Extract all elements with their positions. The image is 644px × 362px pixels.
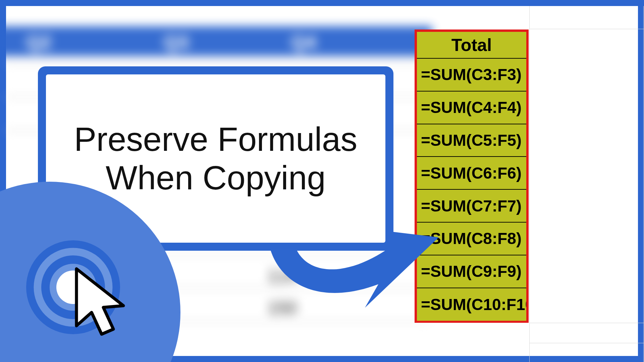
formula-column-header: Total — [417, 32, 526, 59]
formula-cell: =SUM(C4:F4) — [417, 92, 526, 124]
formula-column-highlighted: Total =SUM(C3:F3) =SUM(C4:F4) =SUM(C5:F5… — [415, 29, 529, 323]
formula-cell: =SUM(C5:F5) — [417, 124, 526, 157]
cursor-icon — [66, 265, 133, 343]
formula-cell: =SUM(C7:F7) — [417, 190, 526, 223]
formula-cell: =SUM(C6:F6) — [417, 157, 526, 190]
formula-cell: =SUM(C8:F8) — [417, 223, 526, 255]
title-text: Preserve Formulas When Copying — [59, 120, 372, 197]
thumbnail-frame: Q2 Q3 Q4 3841 114 17 150 Total =SUM(C3:F… — [0, 0, 644, 362]
spreadsheet-gridlines — [529, 6, 644, 362]
formula-cell: =SUM(C9:F9) — [417, 255, 526, 288]
click-logo-icon — [24, 239, 122, 336]
formula-cell: =SUM(C3:F3) — [417, 59, 526, 92]
formula-cell: =SUM(C10:F10) — [417, 288, 526, 321]
